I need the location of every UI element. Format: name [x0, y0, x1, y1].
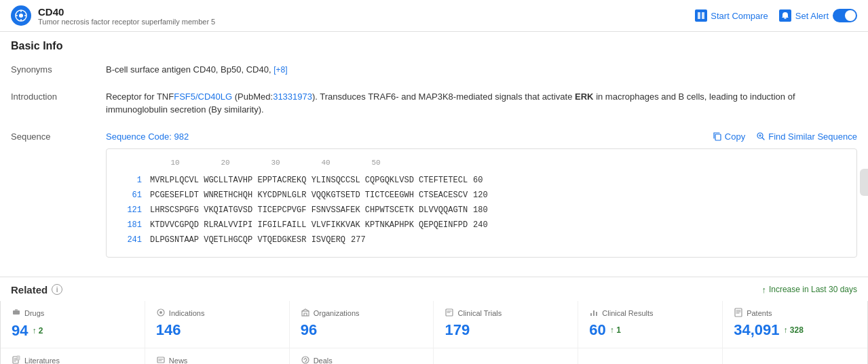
- pubmed-link[interactable]: 31331973: [273, 92, 312, 102]
- stat-empty-5: [578, 348, 723, 365]
- find-similar-icon: [756, 132, 766, 141]
- svg-rect-17: [17, 356, 20, 360]
- copy-label: Copy: [725, 132, 745, 142]
- indications-value: 146: [156, 321, 278, 339]
- sequence-code-link[interactable]: Sequence Code: 982: [106, 130, 189, 144]
- seq-ruler: 10 20 30 40 50: [117, 157, 846, 169]
- stat-empty-4: [434, 348, 578, 365]
- sequence-box: 10 20 30 40 50 1 MVRLPLQCVL WGCLLTAVHP E…: [106, 148, 857, 258]
- basic-info-title: Basic Info: [11, 40, 857, 52]
- seq-num-121: 121: [117, 204, 150, 216]
- stat-clinical-results[interactable]: Clinical Results 60 ↑ 1: [578, 301, 723, 348]
- clinical-trials-label: Clinical Trials: [457, 309, 502, 317]
- svg-rect-11: [15, 309, 18, 310]
- compare-icon: [695, 9, 707, 22]
- stat-patents-cat: Patents: [734, 308, 856, 319]
- clinical-trials-value: 179: [445, 321, 567, 339]
- svg-rect-6: [698, 12, 700, 19]
- organizations-value: 96: [301, 321, 423, 339]
- header-title: CD40 Tumor necrosis factor receptor supe…: [38, 6, 215, 26]
- synonyms-more[interactable]: [+8]: [273, 65, 287, 75]
- sequence-row: Sequence Sequence Code: 982 Copy: [11, 130, 857, 258]
- seq-num-241: 241: [117, 234, 150, 246]
- related-label: Related: [11, 284, 48, 296]
- patents-delta: ↑ 328: [783, 325, 803, 335]
- sequence-header: Sequence Code: 982 Copy: [106, 130, 857, 144]
- main-content: Basic Info Synonyms B-cell surface antig…: [0, 32, 868, 271]
- arrow-up-icon: ↑: [761, 285, 766, 295]
- svg-point-1: [19, 14, 23, 18]
- scrollbar[interactable]: [860, 169, 868, 196]
- find-similar-label: Find Similar Sequence: [768, 132, 857, 142]
- introduction-label: Introduction: [11, 90, 106, 102]
- seq-text-1: MVRLPLQCVL WGCLLTAVHP EPPTACREKQ YLINSQC…: [150, 174, 468, 186]
- related-info-icon[interactable]: i: [52, 284, 62, 295]
- increase-text: Increase in Last 30 days: [769, 285, 857, 294]
- organizations-label: Organizations: [314, 309, 360, 317]
- deals-icon: [301, 355, 310, 365]
- patents-value: 34,091 ↑ 328: [734, 321, 856, 339]
- seq-text-181: KTDVVCGPQD RLRALVVIPI IFGILFAILL VLVFIKK…: [150, 219, 468, 231]
- stat-indications[interactable]: Indications 146: [145, 301, 290, 348]
- stat-organizations-cat: Organizations: [301, 308, 423, 319]
- clinical-results-icon: [589, 308, 599, 319]
- start-compare-label: Start Compare: [711, 11, 768, 21]
- seq-end-241: 277: [351, 234, 366, 246]
- sequence-value: Sequence Code: 982 Copy: [106, 130, 857, 258]
- stat-clinical-trials[interactable]: Clinical Trials 179: [434, 301, 578, 348]
- seq-text-121: LHRSCSPGFG VKQIATGVSD TICEPCPVGF FSNVSSA…: [150, 204, 468, 216]
- start-compare-button[interactable]: Start Compare: [695, 9, 768, 22]
- seq-line-121: 121 LHRSCSPGFG VKQIATGVSD TICEPCPVGF FSN…: [117, 204, 846, 216]
- stat-drugs[interactable]: Drugs 94 ↑ 2: [1, 301, 145, 348]
- seq-text-61: PCGESEFLDТ WNRETHCHQH KYCDPNLGLR VQQKGTS…: [150, 189, 468, 201]
- drugs-delta: ↑ 2: [32, 326, 43, 336]
- header-right: Start Compare Set Alert: [695, 9, 857, 22]
- copy-button[interactable]: Copy: [713, 132, 745, 142]
- indications-icon: [156, 308, 166, 319]
- organizations-icon: [301, 308, 310, 319]
- stat-deals[interactable]: Deals 17: [290, 348, 434, 365]
- alert-icon: [779, 9, 791, 22]
- drugs-icon: [12, 308, 21, 319]
- patents-label: Patents: [747, 309, 772, 317]
- introduction-value: Receptor for TNFFSF5/CD40LG (PubMed:3133…: [106, 90, 857, 117]
- seq-num-1: 1: [117, 174, 150, 186]
- header: CD40 Tumor necrosis factor receptor supe…: [0, 0, 868, 32]
- set-alert-toggle-wrap: Set Alert: [779, 9, 857, 22]
- seq-end-1: 60: [473, 174, 483, 186]
- introduction-link[interactable]: FSF5/CD40LG: [174, 92, 232, 102]
- set-alert-toggle[interactable]: [833, 9, 857, 22]
- svg-rect-18: [157, 357, 164, 363]
- svg-rect-7: [702, 12, 704, 19]
- seq-line-241: 241 DLPGSNTAAP VQETLHGCQP VTQEDGKESR ISV…: [117, 234, 846, 246]
- svg-rect-10: [13, 310, 20, 315]
- clinical-results-value: 60 ↑ 1: [589, 321, 711, 339]
- stat-organizations[interactable]: Organizations 96: [290, 301, 434, 348]
- stat-indications-cat: Indications: [156, 308, 278, 319]
- find-similar-button[interactable]: Find Similar Sequence: [756, 132, 857, 142]
- stat-patents[interactable]: Patents 34,091 ↑ 328: [723, 301, 867, 348]
- stat-news[interactable]: News 173 ↑ 6: [145, 348, 290, 365]
- copy-icon: [713, 132, 722, 141]
- seq-text-241: DLPGSNTAAP VQETLHGCQP VTQEDGKESR ISVQERQ: [150, 234, 345, 246]
- seq-num-181: 181: [117, 219, 150, 231]
- clinical-trials-icon: [445, 308, 454, 319]
- clinical-results-delta: ↑ 1: [610, 325, 621, 335]
- stat-drugs-cat: Drugs: [12, 308, 134, 319]
- related-header: Related i ↑ Increase in Last 30 days: [0, 277, 868, 301]
- introduction-row: Introduction Receptor for TNFFSF5/CD40LG…: [11, 90, 857, 117]
- stats-grid: Drugs 94 ↑ 2 Indications 146: [0, 301, 868, 365]
- seq-line-61: 61 PCGESEFLDТ WNRETHCHQH KYCDPNLGLR VQQK…: [117, 189, 846, 201]
- literatures-label: Literatures: [24, 357, 60, 365]
- svg-rect-15: [735, 308, 742, 317]
- patents-icon: [734, 308, 743, 319]
- logo-icon: [11, 5, 31, 26]
- synonyms-value: B-cell surface antigen CD40, Bp50, CD40,…: [106, 63, 857, 77]
- stat-literatures[interactable]: Literatures 11,368: [1, 348, 145, 365]
- synonyms-row: Synonyms B-cell surface antigen CD40, Bp…: [11, 63, 857, 77]
- seq-line-1: 1 MVRLPLQCVL WGCLLTAVHP EPPTACREKQ YLINS…: [117, 174, 846, 186]
- stat-news-cat: News: [156, 355, 278, 365]
- header-left: CD40 Tumor necrosis factor receptor supe…: [11, 5, 215, 26]
- seq-line-181: 181 KTDVVCGPQD RLRALVVIPI IFGILFAILL VLV…: [117, 219, 846, 231]
- stat-clinical-results-cat: Clinical Results: [589, 308, 711, 319]
